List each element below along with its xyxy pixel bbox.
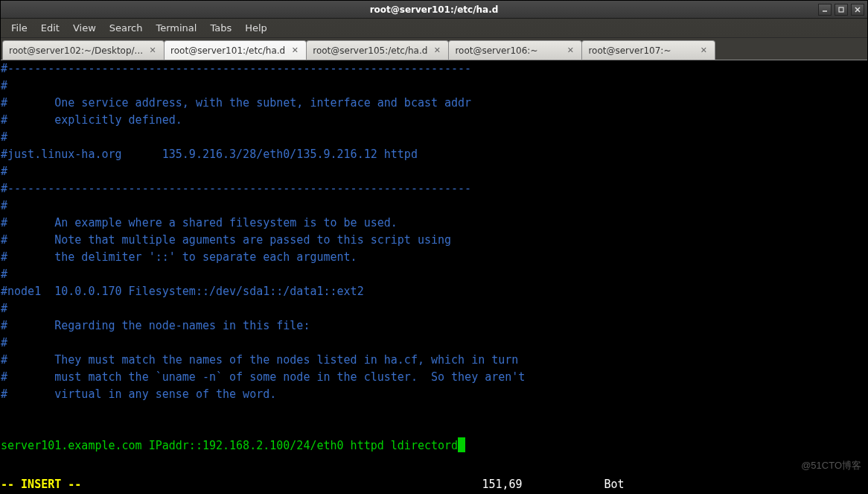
editor-line: # [1, 130, 7, 144]
maximize-button[interactable] [835, 4, 848, 16]
menu-view[interactable]: View [67, 20, 102, 36]
cursor [458, 437, 465, 452]
editor-line: # [1, 165, 7, 178]
tab-server107[interactable]: root@server107:~ ✕ [581, 40, 715, 60]
menu-edit[interactable]: Edit [35, 20, 66, 36]
editor-line: # [1, 336, 7, 349]
window-controls [818, 4, 864, 16]
editor-line: #---------------------------------------… [1, 182, 471, 195]
editor-line: # the delimiter '::' to separate each ar… [1, 250, 357, 264]
tab-label: root@server101:/etc/ha.d [170, 45, 285, 56]
terminal-window: root@server101:/etc/ha.d File Edit View … [0, 0, 868, 494]
close-icon[interactable]: ✕ [290, 45, 300, 56]
tab-label: root@server105:/etc/ha.d [313, 45, 427, 56]
vim-mode: -- INSERT -- [1, 476, 81, 493]
minimize-button[interactable] [818, 4, 832, 16]
tabbar: root@server102:~/Desktop/... ✕ root@serv… [1, 38, 867, 60]
editor-line: # Note that multiple aguments are passed… [1, 233, 451, 247]
tab-server105[interactable]: root@server105:/etc/ha.d ✕ [306, 40, 449, 60]
editor-line: # They must match the names of the nodes… [1, 353, 518, 367]
editor-line: # Regarding the node-names in this file: [1, 319, 310, 332]
close-icon[interactable]: ✕ [565, 45, 575, 56]
watermark: @51CTO博客 [801, 457, 861, 474]
close-button[interactable] [851, 4, 864, 16]
tab-server106[interactable]: root@server106:~ ✕ [448, 40, 582, 60]
editor-line: # An example where a shared filesystem i… [1, 216, 398, 229]
tab-server101[interactable]: root@server101:/etc/ha.d ✕ [164, 40, 307, 60]
tab-label: root@server107:~ [588, 45, 694, 56]
close-icon[interactable]: ✕ [698, 45, 709, 56]
menu-file[interactable]: File [5, 20, 33, 36]
titlebar[interactable]: root@server101:/etc/ha.d [1, 1, 867, 19]
editor-line: # must match the `uname -n` of some node… [1, 370, 525, 384]
terminal-content[interactable]: #---------------------------------------… [1, 60, 867, 493]
editor-line: # [1, 79, 7, 92]
svg-rect-1 [839, 7, 843, 12]
editor-line: #just.linux-ha.org 135.9.216.3/28/eth0/1… [1, 148, 418, 161]
editor-line: # [1, 267, 7, 281]
close-icon[interactable]: ✕ [432, 45, 442, 56]
menu-terminal[interactable]: Terminal [150, 20, 202, 36]
editor-line: # [1, 302, 7, 315]
menu-tabs[interactable]: Tabs [204, 20, 237, 36]
tab-label: root@server102:~/Desktop/... [9, 45, 143, 56]
vim-status-line: -- INSERT --151,69Bot [1, 476, 867, 493]
editor-line: # virtual in any sense of the word. [1, 387, 276, 401]
tab-label: root@server106:~ [455, 45, 561, 56]
close-icon[interactable]: ✕ [147, 45, 158, 56]
menubar: File Edit View Search Terminal Tabs Help [1, 19, 867, 38]
tab-server102[interactable]: root@server102:~/Desktop/... ✕ [2, 40, 165, 60]
menu-search[interactable]: Search [103, 20, 149, 36]
editor-line: #node1 10.0.0.170 Filesystem::/dev/sda1:… [1, 285, 364, 298]
editor-line: # explicitly defined. [1, 113, 182, 127]
vim-position: 151,69 [482, 476, 522, 493]
editor-line: # [1, 199, 7, 212]
editor-active-line: server101.example.com IPaddr::192.168.2.… [1, 439, 458, 452]
editor-line: #---------------------------------------… [1, 62, 471, 75]
vim-scroll: Bot [604, 476, 625, 493]
menu-help[interactable]: Help [239, 20, 273, 36]
window-title: root@server101:/etc/ha.d [370, 4, 499, 15]
editor-line: # One service address, with the subnet, … [1, 96, 471, 110]
